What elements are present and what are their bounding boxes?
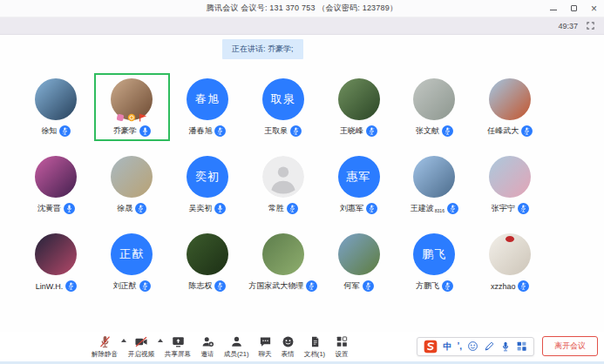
- participant-tile[interactable]: 徐知: [18, 73, 94, 141]
- camera-off-icon: [134, 335, 148, 348]
- participant-tile[interactable]: 惠军刘惠军: [321, 151, 397, 219]
- participant-name: 张文献: [416, 125, 439, 137]
- participant-tile[interactable]: 方国家武大物理: [245, 228, 321, 296]
- toolbar-button-label: 文档(1): [304, 349, 325, 358]
- emoji-icon: [282, 335, 295, 348]
- mic-muted-status-icon: [214, 280, 226, 292]
- participant-name-row: 方国家武大物理: [248, 280, 317, 292]
- members-icon: [230, 335, 243, 348]
- participant-tile[interactable]: 张宇宁: [472, 151, 548, 219]
- participant-name: 乔豪学: [113, 125, 137, 137]
- toolbar-button-start-video[interactable]: 开启视频: [123, 334, 159, 361]
- participant-name-row: 方鹏飞: [416, 280, 453, 292]
- toolbar-button-label: 开启视频: [128, 349, 154, 358]
- participant-name: LinW.H.: [36, 282, 64, 291]
- participant-tile[interactable]: xzzhao: [472, 228, 548, 296]
- participant-name-row: 潘春旭: [188, 125, 226, 137]
- minimize-icon: [550, 10, 557, 10]
- participant-name-row: LinW.H.: [36, 280, 78, 292]
- toolbar-button-label: 设置: [335, 349, 348, 358]
- mic-muted-status-icon: [363, 280, 374, 292]
- participant-tile[interactable]: 王晓峰: [321, 73, 397, 141]
- leave-meeting-button[interactable]: 离开会议: [542, 336, 598, 356]
- meeting-title: 腾讯会议 会议号: 131 370 753 （会议密码: 123789）: [207, 3, 397, 14]
- document-icon: [309, 335, 321, 348]
- participant-name: 王晓峰: [340, 125, 363, 137]
- participant-tile[interactable]: 何军: [321, 228, 397, 296]
- video-grid-area: 正在讲话: 乔豪学; 徐知乔豪学春旭潘春旭取泉王取泉王晓峰张文献任峰武大沈黄晋徐…: [0, 35, 604, 332]
- participant-tile[interactable]: 常胜: [245, 151, 321, 219]
- active-speaker-banner: 正在讲话: 乔豪学;: [222, 39, 303, 59]
- mic-muted-status-icon: [139, 280, 151, 292]
- participant-name: 常胜: [268, 203, 284, 214]
- mic-muted-status-icon: [65, 280, 77, 292]
- toolbar-button-chat[interactable]: 聊天: [254, 334, 276, 361]
- participant-tile[interactable]: 沈黄晋: [18, 151, 94, 219]
- participant-tile[interactable]: 任峰武大: [472, 73, 548, 141]
- toolbar-button-share-screen[interactable]: 共享屏幕: [159, 334, 196, 361]
- toolbar-button-settings[interactable]: 设置: [330, 334, 353, 361]
- toolbar-button-members[interactable]: 成员(21): [219, 334, 254, 361]
- close-button[interactable]: ×: [591, 3, 597, 14]
- participant-tile[interactable]: 王建波8316: [397, 151, 472, 219]
- photo-avatar: [413, 156, 455, 198]
- participant-tile[interactable]: 正猷刘正猷: [94, 228, 170, 296]
- participant-name: 徐知: [41, 125, 57, 137]
- participant-tile[interactable]: 春旭潘春旭: [170, 73, 246, 141]
- photo-avatar: [187, 233, 228, 275]
- toolbox-icon[interactable]: [516, 340, 527, 352]
- participant-row: LinW.H.正猷刘正猷陈志权方国家武大物理何军鹏飞方鹏飞xzzhao: [18, 228, 548, 306]
- minimize-button[interactable]: [550, 6, 557, 10]
- participant-name-row: 沈黄晋: [37, 203, 75, 214]
- participant-tile[interactable]: 徐晟: [94, 151, 170, 219]
- participant-tile[interactable]: 张文献: [397, 73, 472, 141]
- participant-name-row: 何军: [344, 280, 374, 292]
- tencent-meeting-window: 腾讯会议 会议号: 131 370 753 （会议密码: 123789） × 4…: [0, 0, 604, 364]
- toolbar-button-emoji[interactable]: 表情: [276, 334, 299, 361]
- participant-name: 张宇宁: [492, 203, 515, 214]
- screen-share-icon: [172, 335, 185, 348]
- initials-avatar: 春旭: [187, 78, 228, 120]
- participant-tile[interactable]: 鹏飞方鹏飞: [397, 228, 472, 296]
- participant-name-row: 陈志权: [188, 280, 226, 292]
- mic-muted-status-icon: [135, 203, 146, 214]
- participant-tile[interactable]: 乔豪学: [94, 73, 170, 141]
- handwriting-icon[interactable]: [484, 340, 495, 352]
- fullscreen-button[interactable]: [586, 21, 595, 30]
- sogou-logo-icon[interactable]: [424, 340, 438, 354]
- mic-muted-status-icon: [214, 125, 226, 137]
- toolbar-button-unmute[interactable]: 解除静音: [86, 334, 123, 361]
- participant-name-row: 王取泉: [264, 125, 302, 137]
- toolbar-button-label: 解除静音: [92, 349, 118, 358]
- mic-muted-status-icon: [442, 280, 453, 292]
- participant-tile[interactable]: 取泉王取泉: [245, 73, 321, 141]
- toolbar-buttons: 解除静音开启视频共享屏幕邀请成员(21)聊天表情文档(1)设置: [86, 334, 353, 361]
- toolbar-right: 中’, 离开会议: [417, 336, 598, 356]
- mic-muted-status-icon: [518, 280, 529, 292]
- participant-name: 任峰武大: [487, 125, 519, 137]
- participant-name: 刘惠军: [340, 203, 363, 214]
- photo-avatar: [111, 156, 153, 198]
- toolbar-button-docs[interactable]: 文档(1): [299, 334, 330, 361]
- initials-avatar: 鹏飞: [413, 233, 455, 275]
- participant-tile[interactable]: LinW.H.: [18, 228, 94, 296]
- voice-input-icon[interactable]: [500, 341, 511, 352]
- participant-name: 方国家武大物理: [248, 280, 303, 292]
- default-avatar: [262, 156, 304, 198]
- emoji-picker-icon[interactable]: [467, 340, 478, 352]
- chinese-mode-icon[interactable]: 中: [443, 342, 451, 351]
- participant-name: 潘春旭: [188, 125, 212, 137]
- participant-name: 沈黄晋: [37, 203, 61, 214]
- participant-name: 王建波: [411, 203, 434, 214]
- mic-muted-status-icon: [442, 125, 453, 137]
- participants-grid: 徐知乔豪学春旭潘春旭取泉王取泉王晓峰张文献任峰武大沈黄晋徐晟奕初吴奕初常胜惠军刘…: [18, 73, 548, 306]
- participant-tile[interactable]: 陈志权: [170, 228, 246, 296]
- photo-avatar: [413, 78, 455, 120]
- toolbar-button-invite[interactable]: 邀请: [196, 334, 219, 361]
- punctuation-icon[interactable]: ’,: [457, 342, 462, 351]
- mic-muted-status-icon: [59, 125, 71, 137]
- maximize-button[interactable]: [571, 5, 577, 11]
- mic-muted-status-icon: [306, 280, 317, 292]
- participant-tile[interactable]: 奕初吴奕初: [170, 151, 246, 219]
- toolbar-button-label: 共享屏幕: [165, 349, 191, 358]
